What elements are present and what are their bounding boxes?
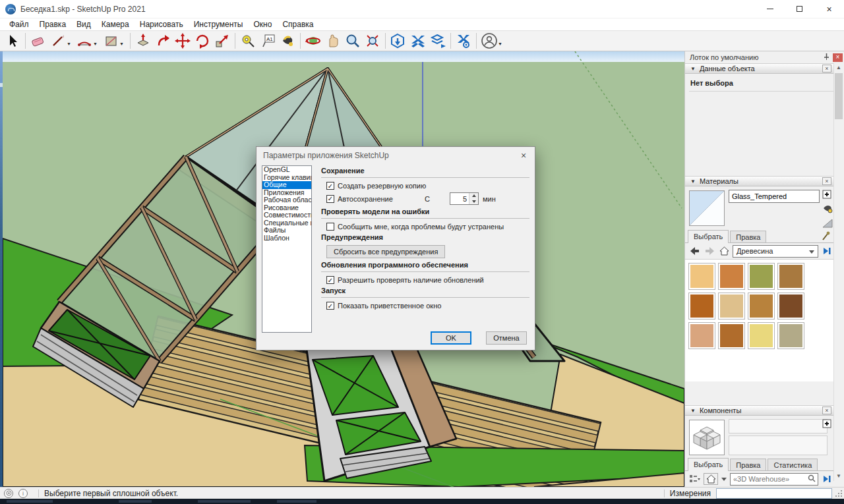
dialog-title-bar[interactable]: Параметры приложения SketchUp × — [256, 147, 535, 164]
entity-info-section-bar[interactable]: ▼ Данные объекта × — [685, 63, 834, 74]
minimize-button[interactable] — [755, 0, 785, 18]
pan-tool-button[interactable] — [323, 32, 343, 50]
account-button[interactable] — [479, 32, 499, 50]
spinner-up-icon[interactable] — [469, 193, 478, 199]
details-arrow-icon[interactable] — [821, 245, 833, 257]
category-opengl[interactable]: OpenGL — [262, 166, 311, 174]
rotate-tool-button[interactable] — [193, 32, 212, 50]
material-name-input[interactable] — [729, 190, 820, 203]
select-tool-button[interactable] — [3, 32, 22, 50]
orbit-tool-button[interactable] — [303, 32, 323, 50]
measurements-input[interactable] — [716, 488, 832, 499]
allow-updates-checkbox[interactable]: ✓ — [326, 276, 334, 284]
material-swatch[interactable] — [777, 293, 804, 320]
tray-close-icon[interactable]: × — [833, 53, 843, 62]
close-button[interactable]: × — [814, 0, 844, 18]
material-collection-dropdown[interactable]: Древесина — [733, 245, 818, 258]
scroll-thumb[interactable] — [835, 73, 843, 119]
materials-section-bar[interactable]: ▼ Материалы × — [685, 176, 834, 186]
details-arrow-icon[interactable] — [821, 473, 833, 485]
maximize-button[interactable] — [785, 0, 814, 18]
menu-window[interactable]: Окно — [248, 19, 277, 30]
materials-tab-edit[interactable]: Правка — [730, 231, 766, 242]
home-icon[interactable] — [704, 473, 718, 485]
pushpull-tool-button[interactable] — [133, 32, 153, 50]
forward-arrow-icon[interactable] — [704, 245, 715, 257]
materials-close-icon[interactable]: × — [822, 177, 831, 185]
material-swatch[interactable] — [688, 263, 715, 290]
zoom-extents-tool-button[interactable] — [363, 32, 382, 50]
arc-tool-dropdown[interactable]: ▼ — [93, 42, 100, 46]
components-close-icon[interactable]: × — [822, 406, 831, 414]
geolocation-icon[interactable] — [4, 489, 13, 498]
menu-draw[interactable]: Нарисовать — [135, 19, 189, 30]
category-general[interactable]: Общие — [262, 181, 311, 189]
default-material-icon[interactable] — [822, 219, 833, 229]
category-files[interactable]: Файлы — [262, 227, 311, 235]
line-tool-dropdown[interactable]: ▼ — [67, 42, 73, 46]
create-backup-checkbox[interactable]: ✓ — [326, 182, 334, 190]
material-swatch[interactable] — [777, 263, 804, 290]
components-tab-edit[interactable]: Правка — [730, 459, 766, 470]
menu-edit[interactable]: Правка — [34, 19, 72, 30]
back-arrow-icon[interactable] — [689, 245, 701, 257]
scroll-up-icon[interactable]: ▲ — [834, 63, 843, 72]
zoom-tool-button[interactable] — [343, 32, 363, 50]
category-accessibility[interactable]: Специальные воз — [262, 219, 311, 227]
components-section-bar[interactable]: ▼ Компоненты × — [685, 405, 834, 416]
shapes-tool-dropdown[interactable]: ▼ — [119, 42, 126, 46]
preferences-category-list[interactable]: OpenGL Горячие клавиши Общие Приложения … — [262, 165, 312, 333]
view-options-icon[interactable] — [689, 473, 701, 485]
menu-view[interactable]: Вид — [71, 19, 96, 30]
category-template[interactable]: Шаблон — [262, 235, 311, 242]
chevron-down-icon[interactable] — [721, 473, 727, 485]
pin-icon[interactable] — [823, 53, 830, 62]
account-dropdown[interactable]: ▼ — [498, 42, 504, 46]
component-name-field[interactable] — [729, 419, 828, 434]
search-icon[interactable] — [806, 474, 818, 484]
materials-tab-select[interactable]: Выбрать — [688, 230, 729, 243]
notify-fixed-checkbox[interactable] — [326, 223, 334, 231]
component-description-field[interactable] — [729, 435, 828, 455]
components-tab-select[interactable]: Выбрать — [688, 458, 729, 471]
material-swatch[interactable] — [748, 293, 775, 320]
tray-scrollbar[interactable]: ▲ ▼ — [833, 63, 843, 481]
scale-tool-button[interactable] — [212, 32, 232, 50]
category-shortcuts[interactable]: Горячие клавиши — [262, 174, 311, 182]
material-swatch[interactable] — [688, 322, 715, 349]
display-pane-icon[interactable] — [822, 419, 833, 430]
material-swatch[interactable] — [688, 293, 715, 320]
eraser-tool-button[interactable] — [28, 32, 48, 50]
entity-info-close-icon[interactable]: × — [822, 65, 831, 72]
category-drawing[interactable]: Рисование — [262, 204, 311, 212]
category-applications[interactable]: Приложения — [262, 189, 311, 197]
line-tool-button[interactable] — [48, 32, 68, 50]
tape-measure-tool-button[interactable] — [238, 32, 258, 50]
cancel-button[interactable]: Отмена — [486, 331, 527, 345]
extension-warehouse-button[interactable] — [408, 32, 428, 50]
scroll-down-icon[interactable]: ▼ — [834, 472, 843, 481]
paint-bucket-tool-button[interactable] — [278, 32, 297, 50]
menu-tools[interactable]: Инструменты — [189, 19, 249, 30]
create-material-icon[interactable] — [822, 204, 833, 215]
material-swatch[interactable] — [748, 263, 775, 290]
autosave-minutes-spinner[interactable]: 5 — [450, 192, 479, 205]
text-tool-button[interactable]: A1 — [258, 32, 278, 50]
move-tool-button[interactable] — [173, 32, 193, 50]
menu-file[interactable]: Файл — [4, 19, 34, 30]
dialog-close-icon[interactable]: × — [512, 147, 535, 164]
ok-button[interactable]: OK — [431, 331, 471, 345]
category-workspace[interactable]: Рабочая область — [262, 196, 311, 204]
components-tab-statistics[interactable]: Статистика — [768, 459, 818, 470]
home-icon[interactable] — [718, 245, 730, 257]
menu-camera[interactable]: Камера — [96, 19, 135, 30]
extension-manager-button[interactable] — [454, 32, 473, 50]
arc-tool-button[interactable] — [75, 32, 94, 50]
spinner-down-icon[interactable] — [469, 199, 478, 205]
display-pane-icon[interactable] — [822, 190, 833, 200]
material-swatch[interactable] — [718, 322, 745, 349]
warehouse-download-button[interactable] — [388, 32, 408, 50]
category-compatibility[interactable]: Совместимость — [262, 211, 311, 219]
sample-paint-icon[interactable] — [821, 231, 830, 243]
reset-warnings-button[interactable]: Сбросить все предупреждения — [326, 245, 445, 258]
